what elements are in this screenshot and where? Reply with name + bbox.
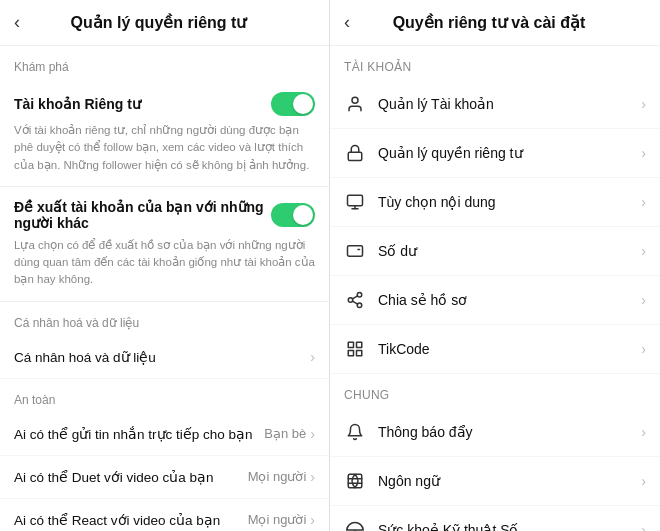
safety-chevron-2: › <box>310 512 315 528</box>
account-chevron-4: › <box>641 292 646 308</box>
account-item-1[interactable]: Quản lý quyền riêng tư › <box>330 129 660 178</box>
safety-section-label: An toàn <box>0 379 329 413</box>
account-chevron-5: › <box>641 341 646 357</box>
account-chevron-2: › <box>641 194 646 210</box>
svg-rect-13 <box>357 351 362 356</box>
explore-section-label: Khám phá <box>0 46 329 80</box>
right-panel: ‹ Quyền riêng tư và cài đặt TÀI KHOẢN Qu… <box>330 0 660 531</box>
safety-item-2[interactable]: Ai có thể React với video của bạn Mọi ng… <box>0 499 329 532</box>
account-section-label: TÀI KHOẢN <box>330 46 660 80</box>
account-item-4[interactable]: Chia sẻ hồ sơ › <box>330 276 660 325</box>
svg-rect-15 <box>348 474 362 488</box>
left-panel-title: Quản lý quyền riêng tư <box>30 13 287 32</box>
suggest-account-desc: Lựa chọn có để đề xuất hồ sơ của bạn với… <box>14 237 315 289</box>
safety-label-1: Ai có thể Duet với video của bạn <box>14 469 248 485</box>
right-back-button[interactable]: ‹ <box>344 12 350 33</box>
svg-rect-2 <box>348 195 363 206</box>
common-item-1[interactable]: Ngôn ngữ › <box>330 457 660 506</box>
common-chevron-0: › <box>641 424 646 440</box>
private-account-row[interactable]: Tài khoản Riêng tư Với tài khoản riêng t… <box>0 80 329 187</box>
left-panel: ‹ Quản lý quyền riêng tư Khám phá Tài kh… <box>0 0 330 531</box>
account-item-5[interactable]: TikCode › <box>330 325 660 374</box>
private-account-desc: Với tài khoản riêng tư, chỉ những người … <box>14 122 315 174</box>
svg-rect-5 <box>348 246 363 257</box>
svg-rect-14 <box>348 351 353 356</box>
svg-line-10 <box>352 296 357 299</box>
left-header: ‹ Quản lý quyền riêng tư <box>0 0 329 46</box>
account-label-5: TikCode <box>378 341 641 357</box>
private-account-toggle[interactable] <box>271 92 315 116</box>
safety-label-2: Ai có thể React với video của bạn <box>14 512 248 528</box>
account-label-3: Số dư <box>378 243 641 259</box>
svg-line-9 <box>352 301 357 304</box>
account-chevron-1: › <box>641 145 646 161</box>
right-panel-title: Quyền riêng tư và cài đặt <box>360 13 618 32</box>
monitor-icon <box>344 191 366 213</box>
safety-label-0: Ai có thể gửi tin nhắn trực tiếp cho bạn <box>14 426 264 442</box>
common-chevron-1: › <box>641 473 646 489</box>
suggest-account-row[interactable]: Đề xuất tài khoản của bạn với những ngườ… <box>0 187 329 302</box>
svg-rect-11 <box>348 342 353 347</box>
account-label-4: Chia sẻ hồ sơ <box>378 292 641 308</box>
suggest-account-title-row: Đề xuất tài khoản của bạn với những ngườ… <box>14 199 315 231</box>
safety-chevron-1: › <box>310 469 315 485</box>
personal-section-label: Cá nhân hoá và dữ liệu <box>0 302 329 336</box>
common-label-0: Thông báo đẩy <box>378 424 641 440</box>
personal-data-item[interactable]: Cá nhân hoá và dữ liệu › <box>0 336 329 379</box>
account-label-2: Tùy chọn nội dung <box>378 194 641 210</box>
right-header: ‹ Quyền riêng tư và cài đặt <box>330 0 660 46</box>
person-icon <box>344 93 366 115</box>
share-icon <box>344 289 366 311</box>
svg-point-0 <box>352 97 358 103</box>
account-item-2[interactable]: Tùy chọn nội dung › <box>330 178 660 227</box>
account-label-0: Quản lý Tài khoản <box>378 96 641 112</box>
common-label-1: Ngôn ngữ <box>378 473 641 489</box>
account-chevron-3: › <box>641 243 646 259</box>
left-back-button[interactable]: ‹ <box>14 12 20 33</box>
account-item-3[interactable]: Số dư › <box>330 227 660 276</box>
common-label-2: Sức khoẻ Kỹ thuật Số <box>378 522 641 531</box>
account-item-0[interactable]: Quản lý Tài khoản › <box>330 80 660 129</box>
account-chevron-0: › <box>641 96 646 112</box>
lock-icon <box>344 142 366 164</box>
safety-chevron-0: › <box>310 426 315 442</box>
suggest-account-title: Đề xuất tài khoản của bạn với những ngườ… <box>14 199 271 231</box>
personal-data-chevron: › <box>310 349 315 365</box>
svg-rect-1 <box>348 152 362 160</box>
wallet-icon <box>344 240 366 262</box>
safety-item-0[interactable]: Ai có thể gửi tin nhắn trực tiếp cho bạn… <box>0 413 329 456</box>
safety-value-1: Mọi người <box>248 469 307 484</box>
language-icon <box>344 470 366 492</box>
common-item-2[interactable]: Sức khoẻ Kỹ thuật Số › <box>330 506 660 531</box>
bell-icon <box>344 421 366 443</box>
common-item-0[interactable]: Thông báo đẩy › <box>330 408 660 457</box>
grid-icon <box>344 338 366 360</box>
suggest-account-toggle[interactable] <box>271 203 315 227</box>
private-account-title-row: Tài khoản Riêng tư <box>14 92 315 116</box>
common-section-label: CHUNG <box>330 374 660 408</box>
account-label-1: Quản lý quyền riêng tư <box>378 145 641 161</box>
safety-value-2: Mọi người <box>248 512 307 527</box>
private-account-title: Tài khoản Riêng tư <box>14 96 141 112</box>
umbrella-icon <box>344 519 366 531</box>
common-chevron-2: › <box>641 522 646 531</box>
safety-value-0: Bạn bè <box>264 426 306 441</box>
safety-item-1[interactable]: Ai có thể Duet với video của bạn Mọi ngư… <box>0 456 329 499</box>
svg-rect-12 <box>357 342 362 347</box>
personal-data-label: Cá nhân hoá và dữ liệu <box>14 349 310 365</box>
